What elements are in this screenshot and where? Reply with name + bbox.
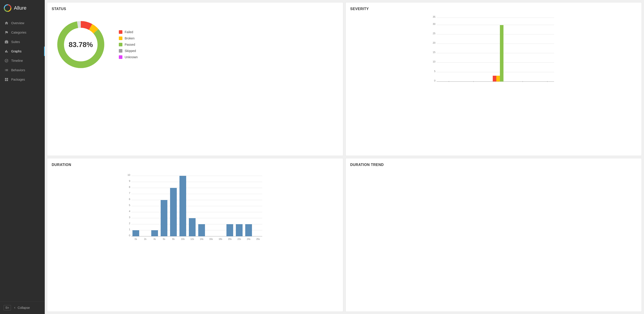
duration-bar-10s: [180, 176, 186, 236]
duration-title: DURATION: [52, 163, 338, 167]
duration-bar-20s: [226, 224, 233, 236]
donut-percentage: 83.78%: [69, 41, 93, 49]
severity-normal-passed: [500, 25, 504, 82]
sidebar-nav: Overview Categories Suites Graphs: [0, 16, 45, 301]
chevron-left-icon: [13, 306, 16, 309]
list-icon: [4, 68, 8, 72]
svg-text:16s: 16s: [209, 238, 213, 240]
svg-text:15: 15: [433, 51, 436, 54]
legend-failed: Failed: [119, 30, 138, 34]
svg-text:26s: 26s: [256, 238, 260, 240]
broken-color: [119, 37, 122, 40]
collapse-button[interactable]: Collapse: [13, 306, 30, 309]
svg-text:4s: 4s: [154, 238, 156, 240]
svg-text:30: 30: [433, 23, 436, 25]
svg-text:5: 5: [434, 70, 436, 73]
legend-passed: Passed: [119, 43, 138, 46]
language-button[interactable]: En: [4, 305, 11, 310]
duration-trend-card: DURATION TREND: [346, 158, 642, 312]
clock-icon: [4, 59, 8, 63]
svg-text:25: 25: [433, 32, 436, 35]
status-card: STATUS: [47, 2, 343, 156]
duration-bar-12s: [189, 218, 196, 236]
grid-icon: [4, 78, 8, 82]
briefcase-icon: [4, 40, 8, 44]
svg-text:0: 0: [129, 234, 130, 237]
svg-text:10s: 10s: [181, 238, 184, 240]
svg-text:14s: 14s: [200, 238, 204, 240]
flag-icon: [4, 31, 8, 35]
duration-card: DURATION 0 1 2 3 4 5 6 7 8 9 10: [47, 158, 343, 312]
svg-text:6: 6: [129, 198, 130, 200]
svg-text:2s: 2s: [144, 238, 146, 240]
duration-bar-0s: [132, 230, 139, 236]
bar-chart-icon: [4, 49, 8, 53]
failed-color: [119, 30, 122, 34]
svg-text:10: 10: [128, 174, 130, 176]
home-icon: [4, 21, 8, 25]
svg-text:22s: 22s: [238, 238, 241, 240]
svg-text:9: 9: [129, 180, 130, 182]
legend-unknown: Unknown: [119, 55, 138, 59]
sidebar-header: Allure: [0, 0, 45, 16]
svg-text:18s: 18s: [218, 238, 222, 240]
severity-card: SEVERITY 0 5 10 15 20 25 30 35: [346, 2, 642, 156]
passed-color: [119, 43, 122, 46]
status-title: STATUS: [52, 7, 338, 11]
severity-normal-failed: [493, 76, 496, 82]
duration-bar-8s: [170, 188, 177, 236]
svg-text:3: 3: [129, 216, 130, 219]
svg-text:1: 1: [129, 228, 130, 231]
severity-svg: 0 5 10 15 20 25 30 35: [350, 16, 637, 83]
main-content: STATUS: [45, 0, 644, 314]
svg-text:8: 8: [129, 186, 130, 188]
severity-title: SEVERITY: [350, 7, 637, 11]
svg-text:10: 10: [433, 60, 436, 63]
duration-bar-22s: [236, 224, 242, 236]
svg-text:2: 2: [129, 222, 130, 225]
duration-bar-4s: [151, 230, 158, 236]
svg-text:20s: 20s: [228, 238, 232, 240]
status-legend: Failed Broken Passed Skipped Unknown: [119, 30, 138, 59]
app-title: Allure: [14, 5, 26, 11]
unknown-color: [119, 55, 122, 59]
duration-bar-6s: [161, 200, 168, 236]
sidebar-item-timeline[interactable]: Timeline: [0, 56, 45, 65]
donut-chart: 83.78%: [52, 16, 110, 74]
legend-skipped: Skipped: [119, 49, 138, 53]
duration-chart: 0 1 2 3 4 5 6 7 8 9 10: [52, 171, 338, 243]
svg-text:8s: 8s: [172, 238, 175, 240]
status-content: 83.78% Failed Broken Passed Skipped: [52, 16, 338, 74]
severity-chart: 0 5 10 15 20 25 30 35: [350, 16, 637, 87]
sidebar-item-behaviors[interactable]: Behaviors: [0, 65, 45, 75]
duration-trend-title: DURATION TREND: [350, 163, 637, 167]
sidebar: Allure Overview Categories Suites: [0, 0, 45, 314]
sidebar-footer: En Collapse: [0, 301, 45, 314]
skipped-color: [119, 49, 122, 53]
duration-svg: 0 1 2 3 4 5 6 7 8 9 10: [52, 171, 338, 243]
allure-logo: [4, 4, 12, 12]
svg-text:7: 7: [129, 192, 130, 194]
svg-text:12s: 12s: [190, 238, 194, 240]
sidebar-item-packages[interactable]: Packages: [0, 75, 45, 84]
svg-text:0s: 0s: [135, 238, 137, 240]
duration-bar-24s: [245, 224, 252, 236]
sidebar-item-overview[interactable]: Overview: [0, 18, 45, 28]
svg-text:4: 4: [129, 210, 130, 212]
svg-text:5: 5: [129, 204, 130, 206]
severity-normal-broken: [496, 76, 500, 82]
svg-text:0: 0: [434, 79, 436, 82]
svg-text:6s: 6s: [163, 238, 165, 240]
svg-text:35: 35: [433, 16, 436, 18]
sidebar-item-suites[interactable]: Suites: [0, 37, 45, 47]
duration-bar-14s: [198, 224, 205, 236]
sidebar-item-graphs[interactable]: Graphs: [0, 47, 45, 56]
svg-text:20: 20: [433, 42, 436, 44]
svg-text:24s: 24s: [247, 238, 250, 240]
legend-broken: Broken: [119, 37, 138, 40]
sidebar-item-categories[interactable]: Categories: [0, 28, 45, 37]
